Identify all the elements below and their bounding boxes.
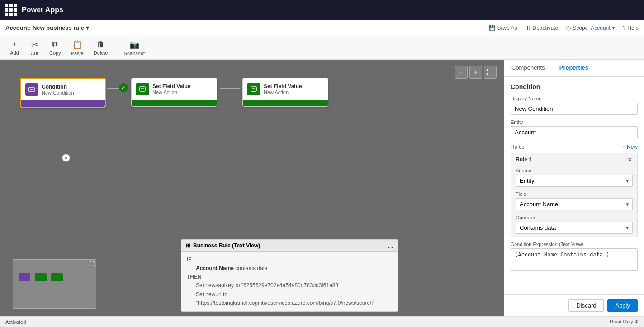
business-rule-icon: ⊞ — [186, 242, 190, 249]
panel-content: Condition Display Name Entity Rules + Ne… — [504, 77, 644, 294]
deactivate-button[interactable]: ⏸ Deactivate — [526, 25, 559, 31]
scope-value: Account — [591, 25, 610, 31]
tab-properties[interactable]: Properties — [552, 60, 596, 76]
zoom-in-button[interactable]: + — [469, 66, 482, 79]
condition-node-header: Condition New Condition — [21, 79, 105, 100]
panel-tabs: Components Properties — [504, 60, 644, 77]
business-rule-body: IF Account Name contains data THEN Set n… — [181, 252, 398, 311]
rule1-close-button[interactable]: ✕ — [627, 156, 633, 163]
svg-rect-4 — [140, 87, 145, 91]
business-rule-expand-icon[interactable]: ⛶ — [388, 242, 393, 249]
business-rule-header: ⊞ Business Rule (Text View) ⛶ — [181, 240, 398, 252]
display-name-label: Display Name — [511, 96, 638, 101]
status-right: Read Only ⊕ — [610, 319, 639, 325]
scope-button[interactable]: ◎ Scope Account ▾ — [566, 25, 614, 31]
discard-button[interactable]: Discard — [568, 299, 604, 312]
business-rule-title: Business Rule (Text View) — [193, 242, 260, 249]
delete-button[interactable]: 🗑 Delete — [90, 38, 112, 58]
biz-then-line2: Set newurl to "https://testbingkamal.cog… — [196, 291, 374, 306]
cond-expr-textarea[interactable] — [511, 248, 638, 271]
tab-components[interactable]: Components — [504, 60, 552, 76]
field-label: Field — [516, 191, 633, 197]
action1-node-text: Set Field Value New Action — [152, 83, 191, 95]
deactivate-icon: ⏸ — [526, 25, 531, 31]
breadcrumb[interactable]: Account: New business rule — [5, 24, 84, 31]
toolbar-separator — [116, 40, 116, 56]
apps-icon[interactable] — [5, 4, 17, 16]
main-area: ✓ Condition New Condition ✕ — [0, 60, 644, 316]
minimap: ⛶ — [13, 259, 96, 309]
field-select[interactable]: Account Name — [516, 198, 633, 210]
connector-check-icon: ✓ — [119, 83, 128, 92]
condition-node-icon — [25, 83, 38, 96]
rules-header: Rules + New — [511, 144, 638, 150]
condition-node[interactable]: Condition New Condition — [20, 78, 106, 108]
topbar-title: Power Apps — [22, 6, 63, 14]
zoom-fit-button[interactable]: ⛶ — [484, 66, 497, 79]
condition-node-bar — [21, 100, 105, 107]
secondbar-actions: 💾 Save As ⏸ Deactivate ◎ Scope Account ▾… — [489, 25, 639, 31]
minimap-expand-button[interactable]: ⛶ — [89, 261, 95, 267]
operator-select[interactable]: Contains data — [516, 222, 633, 234]
paste-button[interactable]: 📋 Paste — [67, 38, 88, 58]
cond-expr-label: Condition Expression (Text View) — [511, 242, 638, 247]
status-left: Activated — [5, 319, 26, 325]
copy-icon: ⧉ — [52, 40, 58, 49]
delete-icon: 🗑 — [97, 40, 105, 49]
entity-label: Entity — [511, 119, 638, 125]
right-panel: Components Properties Condition Display … — [504, 60, 644, 316]
zoom-out-button[interactable]: − — [455, 66, 468, 79]
cut-button[interactable]: ✂ Cut — [25, 38, 43, 58]
snapshot-button[interactable]: 📷 Snapshot — [120, 38, 149, 58]
field-select-wrapper: Account Name — [516, 198, 633, 210]
add-button[interactable]: + Add — [5, 38, 24, 58]
source-select[interactable]: Entity — [516, 175, 633, 187]
panel-footer: Discard Apply — [504, 294, 644, 316]
breadcrumb-area: Account: New business rule ▾ — [5, 24, 89, 31]
action2-node-icon — [247, 83, 260, 95]
display-name-input[interactable] — [511, 103, 638, 115]
scope-icon: ◎ — [566, 25, 571, 31]
new-rule-button[interactable]: + New — [622, 144, 638, 150]
paste-icon: 📋 — [72, 40, 82, 50]
action1-node-header: Set Field Value New Action — [132, 78, 217, 100]
action1-node[interactable]: Set Field Value New Action — [131, 78, 217, 107]
secondbar: Account: New business rule ▾ 💾 Save As ⏸… — [0, 20, 644, 36]
add-icon: + — [12, 40, 17, 49]
rule1-header: Rule 1 ✕ — [516, 156, 633, 163]
svg-rect-7 — [251, 87, 256, 91]
save-as-button[interactable]: 💾 Save As — [489, 25, 517, 31]
snapshot-icon: 📷 — [129, 40, 139, 50]
cut-icon: ✂ — [31, 40, 38, 50]
toolbar: + Add ✂ Cut ⧉ Copy 📋 Paste 🗑 Delete 📷 Sn… — [0, 36, 644, 60]
zoom-controls: − + ⛶ — [455, 66, 497, 79]
help-button[interactable]: ? Help — [623, 25, 639, 31]
action2-node[interactable]: Set Field Value New Action — [242, 78, 328, 107]
condition-node-text: Condition New Condition — [42, 84, 74, 95]
copy-button[interactable]: ⧉ Copy — [45, 38, 65, 58]
condition-delete-button[interactable]: ✕ — [62, 154, 70, 162]
action2-node-bar — [243, 100, 328, 106]
help-icon: ? — [623, 25, 626, 31]
minimap-action1-node — [35, 273, 47, 281]
statusbar: Activated Read Only ⊕ — [0, 316, 644, 327]
panel-section-title: Condition — [511, 83, 638, 90]
topbar: Power Apps — [0, 0, 644, 20]
scope-chevron-icon: ▾ — [612, 25, 615, 30]
minimap-condition-node — [19, 273, 30, 281]
business-rule-panel: ⊞ Business Rule (Text View) ⛶ IF Account… — [181, 239, 398, 312]
action1-node-bar — [132, 100, 217, 106]
save-icon: 💾 — [489, 25, 496, 31]
action2-node-text: Set Field Value New Action — [264, 83, 302, 95]
canvas[interactable]: ✓ Condition New Condition ✕ — [0, 60, 504, 316]
apply-button[interactable]: Apply — [607, 299, 638, 312]
chevron-down-icon: ▾ — [86, 24, 89, 31]
source-select-wrapper: Entity — [516, 175, 633, 187]
entity-input[interactable] — [511, 126, 638, 138]
biz-then-line1: Set newsapikey to "6255629e702e4a54a80d7… — [196, 282, 340, 289]
rules-label: Rules — [511, 144, 525, 150]
operator-select-wrapper: Contains data — [516, 222, 633, 234]
operator-label: Operator — [516, 215, 633, 220]
action1-node-icon — [136, 83, 149, 95]
source-label: Source — [516, 168, 633, 173]
